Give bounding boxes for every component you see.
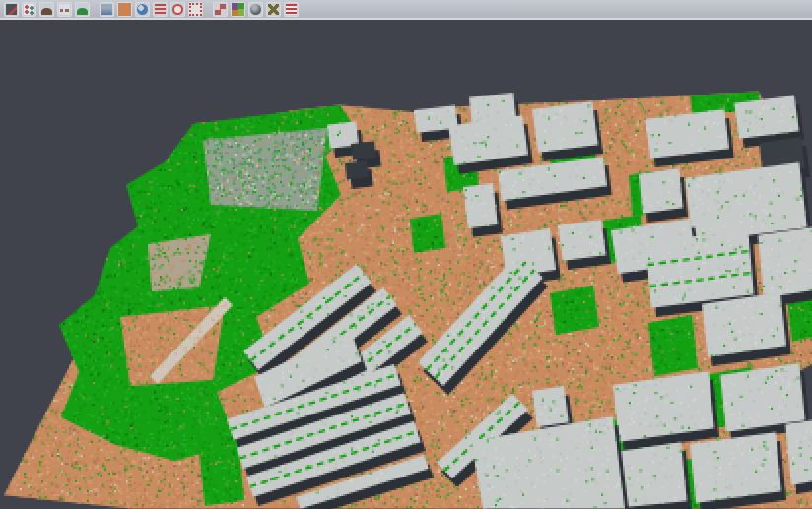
classification-palette-icon[interactable] bbox=[231, 2, 245, 17]
sparse-points-icon[interactable] bbox=[57, 2, 72, 17]
globe-icon[interactable] bbox=[135, 2, 150, 17]
dataset-cube-icon[interactable] bbox=[4, 2, 19, 17]
application-window bbox=[0, 0, 812, 509]
toolbar-separator bbox=[91, 1, 98, 17]
vegetation-layer-icon[interactable] bbox=[75, 2, 90, 17]
circle-select-icon[interactable] bbox=[170, 2, 185, 17]
shaded-sphere-icon[interactable] bbox=[248, 2, 263, 17]
main-toolbar bbox=[0, 0, 812, 20]
classify-points-icon[interactable] bbox=[22, 2, 36, 17]
elevation-bands-icon[interactable] bbox=[153, 2, 168, 17]
terrain-model-icon[interactable] bbox=[39, 2, 54, 17]
3d-viewport[interactable] bbox=[0, 0, 812, 509]
toolbar-separator bbox=[204, 1, 211, 17]
ground-layer-icon[interactable] bbox=[117, 2, 132, 17]
class-flags-icon[interactable] bbox=[284, 2, 299, 17]
zoom-extents-icon[interactable] bbox=[188, 2, 203, 17]
raster-grid-icon[interactable] bbox=[213, 2, 228, 17]
measure-cross-icon[interactable] bbox=[266, 2, 281, 17]
profile-view-icon[interactable] bbox=[100, 2, 114, 17]
